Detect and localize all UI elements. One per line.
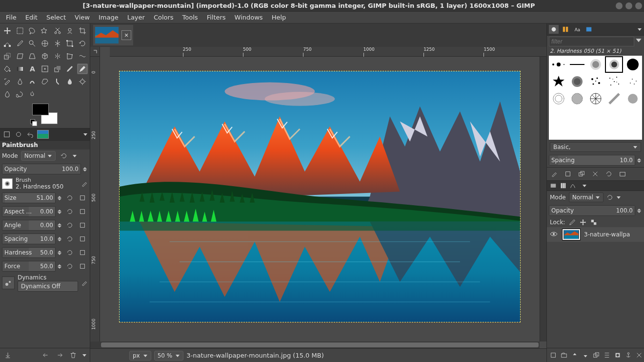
layer-mode-switch-icon[interactable] bbox=[616, 195, 621, 200]
menu-edit[interactable]: Edit bbox=[21, 12, 41, 22]
minimize-button[interactable] bbox=[616, 2, 623, 9]
force-link-icon[interactable] bbox=[77, 261, 88, 272]
tool-move[interactable] bbox=[2, 25, 13, 36]
right-dock-menu-icon[interactable] bbox=[637, 27, 642, 32]
layer-name[interactable]: 3-nature-wallpa bbox=[584, 231, 630, 238]
layers-dock-menu-icon[interactable] bbox=[582, 183, 587, 188]
menu-filters[interactable]: Filters bbox=[203, 12, 230, 22]
tool-text[interactable]: A bbox=[27, 64, 38, 74]
brush-item[interactable] bbox=[586, 56, 604, 73]
brush-spacing-slider[interactable]: Spacing10.0 bbox=[549, 154, 642, 166]
layer-mode-select[interactable]: Normal bbox=[569, 192, 604, 202]
tool-swirl[interactable] bbox=[15, 89, 25, 100]
tool-shear[interactable] bbox=[15, 51, 25, 62]
delete-preset-icon[interactable] bbox=[68, 350, 78, 360]
brush-item[interactable] bbox=[586, 90, 604, 107]
tool-smudge[interactable] bbox=[52, 76, 63, 87]
brush-item[interactable] bbox=[624, 56, 642, 73]
close-tab-icon[interactable]: ✕ bbox=[121, 30, 131, 40]
tab-images[interactable] bbox=[37, 130, 49, 139]
tool-ink[interactable] bbox=[15, 76, 25, 87]
maximize-button[interactable] bbox=[625, 2, 632, 9]
brush-item[interactable] bbox=[568, 73, 586, 90]
horizontal-scrollbar[interactable] bbox=[100, 341, 540, 348]
tab-brushes[interactable] bbox=[549, 25, 559, 34]
size-link-icon[interactable] bbox=[77, 192, 88, 203]
brush-grid[interactable] bbox=[549, 56, 642, 140]
new-layer-icon[interactable] bbox=[550, 350, 557, 360]
ruler-vertical[interactable]: 0 250 500 750 1000 bbox=[90, 57, 100, 341]
brush-item[interactable] bbox=[549, 56, 567, 73]
angle-link-icon[interactable] bbox=[77, 220, 88, 231]
tool-burn[interactable] bbox=[27, 89, 38, 100]
vertical-scrollbar[interactable] bbox=[540, 57, 546, 341]
new-brush-icon[interactable] bbox=[564, 170, 572, 178]
tool-pencil[interactable] bbox=[65, 64, 76, 74]
spacing-slider[interactable]: Spacing10.0 bbox=[2, 233, 88, 245]
tool-heal[interactable] bbox=[40, 64, 50, 74]
tool-flip[interactable] bbox=[52, 51, 63, 62]
tool-perspective[interactable] bbox=[27, 51, 38, 62]
hardness-reset-icon[interactable] bbox=[64, 247, 75, 258]
duplicate-brush-icon[interactable] bbox=[577, 170, 586, 178]
menu-select[interactable]: Select bbox=[42, 12, 70, 22]
save-preset-icon[interactable] bbox=[3, 350, 13, 360]
merge-layer-icon[interactable] bbox=[604, 350, 610, 360]
brush-item[interactable] bbox=[624, 90, 642, 107]
opacity-slider[interactable]: Opacity100.0 bbox=[2, 163, 88, 175]
menu-windows[interactable]: Windows bbox=[231, 12, 267, 22]
tool-clone[interactable] bbox=[52, 64, 63, 74]
tool-zoom[interactable] bbox=[27, 38, 38, 49]
tool-free-select[interactable] bbox=[27, 25, 38, 36]
brush-item[interactable] bbox=[568, 90, 586, 107]
layer-opacity-slider[interactable]: Opacity100.0 bbox=[549, 205, 642, 216]
mode-select[interactable]: Normal bbox=[21, 151, 56, 161]
spacing-reset-icon[interactable] bbox=[64, 234, 75, 244]
tab-tool-options[interactable] bbox=[2, 130, 12, 139]
tool-rect-select[interactable] bbox=[15, 25, 25, 36]
color-swatches[interactable] bbox=[2, 100, 88, 128]
dynamics-edit-icon[interactable] bbox=[81, 279, 88, 286]
open-brush-icon[interactable] bbox=[618, 170, 627, 178]
tool-scissors[interactable] bbox=[52, 25, 63, 36]
spacing-link-icon[interactable] bbox=[77, 234, 88, 244]
menu-layer[interactable]: Layer bbox=[123, 12, 149, 22]
edit-brush-icon[interactable] bbox=[550, 170, 559, 178]
menu-image[interactable]: Image bbox=[95, 12, 122, 22]
lower-layer-icon[interactable] bbox=[582, 350, 589, 360]
image-display[interactable] bbox=[120, 71, 520, 322]
ruler-corner[interactable] bbox=[90, 47, 100, 57]
brush-edit-icon[interactable] bbox=[81, 180, 88, 187]
tool-cage[interactable] bbox=[65, 51, 76, 62]
tool-unified-transform[interactable] bbox=[65, 38, 76, 49]
hardness-slider[interactable]: Hardness50.0 bbox=[2, 247, 88, 258]
menu-help[interactable]: Help bbox=[268, 12, 290, 22]
tab-device[interactable] bbox=[14, 130, 23, 139]
brush-item[interactable] bbox=[568, 56, 586, 73]
tool-measure[interactable] bbox=[40, 38, 50, 49]
brush-item[interactable] bbox=[549, 90, 567, 107]
dynamics-icon[interactable] bbox=[2, 277, 15, 289]
layer-visibility-icon[interactable] bbox=[550, 230, 559, 239]
unit-select[interactable]: px bbox=[129, 351, 151, 361]
tab-history[interactable] bbox=[584, 25, 594, 34]
lock-alpha-icon[interactable] bbox=[590, 219, 597, 226]
delete-layer-icon[interactable] bbox=[636, 350, 643, 360]
refresh-brush-icon[interactable] bbox=[604, 170, 613, 178]
menu-tools[interactable]: Tools bbox=[179, 12, 202, 22]
anchor-layer-icon[interactable] bbox=[625, 350, 632, 360]
menu-colors[interactable]: Colors bbox=[150, 12, 178, 22]
dock-menu-icon[interactable] bbox=[83, 132, 88, 137]
brush-preview[interactable] bbox=[2, 178, 13, 189]
dynamics-select[interactable]: Dynamics Off bbox=[18, 281, 78, 292]
tool-align[interactable] bbox=[52, 38, 63, 49]
tab-paths[interactable] bbox=[569, 182, 576, 189]
aspect-reset-icon[interactable] bbox=[64, 206, 75, 217]
brush-preset-select[interactable]: Basic, bbox=[550, 142, 641, 152]
redo-icon[interactable] bbox=[55, 350, 64, 360]
canvas[interactable] bbox=[100, 57, 540, 341]
tool-fuzzy-select[interactable] bbox=[40, 25, 50, 36]
tool-airbrush[interactable] bbox=[2, 76, 13, 87]
brush-item[interactable] bbox=[605, 73, 623, 90]
tool-3d[interactable] bbox=[40, 51, 50, 62]
